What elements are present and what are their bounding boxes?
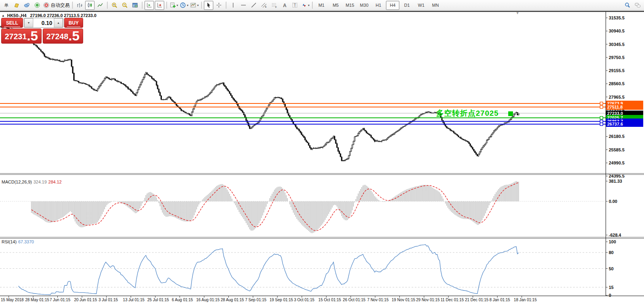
svg-text:E: E	[265, 6, 267, 8]
auto-scroll-icon[interactable]	[144, 1, 154, 10]
equidistant-channel-icon[interactable]: E	[259, 1, 269, 10]
news-icon[interactable]	[22, 1, 32, 10]
macd-value: 324.19	[33, 180, 47, 184]
svg-text:15 May 2018: 15 May 2018	[1, 298, 24, 302]
svg-text:31535.5: 31535.5	[609, 15, 625, 20]
buy-price-button[interactable]: 27248 .5	[43, 29, 83, 44]
rsi-value: 67.3370	[18, 239, 34, 244]
tf-h4-button[interactable]: H4	[386, 1, 399, 10]
text-label-icon[interactable]: T	[290, 1, 300, 10]
collapse-triangle-icon[interactable]: ▲	[2, 14, 5, 17]
main-toolbar: 单自动交易▾▾▾EFAT▾M1M5M15M30H1H4D1W1MN	[0, 0, 644, 11]
svg-text:29750.5: 29750.5	[609, 55, 625, 60]
tf-m30-button[interactable]: M30	[357, 1, 371, 10]
level-line-handle[interactable]	[600, 120, 603, 123]
sell-button[interactable]: SELL	[1, 18, 23, 28]
sell-price-frac: .5	[27, 30, 38, 42]
search-icon[interactable]	[623, 1, 632, 10]
svg-text:18 Jan 01:15: 18 Jan 01:15	[514, 298, 537, 302]
dropdown-caret-icon[interactable]: ▾	[308, 4, 310, 7]
new-order-partial-button[interactable]: 单	[2, 1, 11, 10]
line-chart-icon[interactable]	[95, 1, 105, 10]
level-line-handle[interactable]	[600, 117, 603, 119]
svg-text:6 Aug 01:15: 6 Aug 01:15	[172, 298, 193, 302]
svg-text:11 Dec 01:15: 11 Dec 01:15	[441, 298, 464, 302]
svg-text:3 Oct 01:15: 3 Oct 01:15	[294, 298, 315, 302]
text-icon[interactable]: A	[280, 1, 289, 10]
svg-text:21 Dec 01:15: 21 Dec 01:15	[465, 298, 489, 302]
templates-icon[interactable]: ▾	[190, 1, 199, 10]
svg-text:7 Jun 01:15: 7 Jun 01:15	[49, 298, 70, 302]
tf-h1-button[interactable]: H1	[372, 1, 385, 10]
trend-line-icon[interactable]	[249, 1, 258, 10]
chat-icon[interactable]	[633, 1, 642, 10]
vertical-line-icon[interactable]	[228, 1, 238, 10]
svg-text:3 Jul 01:15: 3 Jul 01:15	[99, 298, 118, 302]
tile-windows-icon[interactable]	[130, 1, 140, 10]
zoom-in-icon[interactable]	[110, 1, 119, 10]
macd-name: MACD(12,26,9)	[2, 180, 32, 184]
tf-m5-button[interactable]: M5	[329, 1, 342, 10]
fibonacci-icon[interactable]: F	[270, 1, 279, 10]
dropdown-caret-icon[interactable]: ▾	[177, 4, 178, 7]
dropdown-caret-icon[interactable]: ▾	[197, 4, 199, 7]
horizontal-line-icon[interactable]	[239, 1, 248, 10]
svg-text:8 Jan 01:15: 8 Jan 01:15	[489, 298, 510, 302]
svg-text:30940.5: 30940.5	[609, 29, 625, 33]
tf-w1-button[interactable]: W1	[414, 1, 428, 10]
arrow-objects-icon[interactable]: ▾	[300, 1, 310, 10]
journal-icon[interactable]	[12, 1, 21, 10]
pivot-annotation-text[interactable]: 多空转折点27025	[436, 108, 499, 119]
svg-text:25 Jul 01:15: 25 Jul 01:15	[147, 298, 169, 302]
buy-button[interactable]: BUY	[64, 18, 83, 28]
svg-text:24395.5: 24395.5	[609, 174, 625, 178]
chart-canvas[interactable]: 31535.530940.530345.529750.529155.528560…	[0, 0, 644, 304]
svg-text:19 Sep 01:15: 19 Sep 01:15	[270, 298, 293, 302]
level-line-handle[interactable]	[600, 102, 603, 105]
toolbar-separator	[226, 2, 226, 9]
svg-text:26180.5: 26180.5	[609, 134, 625, 139]
svg-text:27965.5: 27965.5	[609, 95, 625, 99]
periods-icon[interactable]: ▾	[179, 1, 189, 10]
svg-text:19 Nov 01:15: 19 Nov 01:15	[392, 298, 416, 302]
autotrading-icon[interactable]: 自动交易	[43, 1, 70, 10]
level-price-label: 27511.8	[606, 104, 643, 110]
pivot-marker-square[interactable]	[508, 111, 513, 116]
volume-increase-button[interactable]: ▲	[54, 18, 63, 27]
sell-price-button[interactable]: 27231 .5	[1, 29, 42, 44]
buy-price-frac: .5	[68, 30, 80, 42]
svg-text:26 Oct 01:15: 26 Oct 01:15	[343, 298, 366, 302]
svg-text:7 Sep 01:15: 7 Sep 01:15	[245, 298, 266, 302]
toolbar-separator	[107, 2, 108, 9]
svg-text:0: 0	[609, 293, 611, 298]
svg-text:30345.5: 30345.5	[609, 42, 625, 47]
level-line-handle[interactable]	[600, 105, 603, 108]
tf-m1-button[interactable]: M1	[315, 1, 328, 10]
svg-text:80: 80	[609, 250, 614, 255]
svg-text:T: T	[294, 3, 296, 8]
toolbar-separator	[142, 2, 142, 9]
candle-chart-icon[interactable]	[85, 1, 95, 10]
svg-text:100: 100	[609, 239, 616, 244]
volume-decrease-button[interactable]: ▼	[24, 18, 33, 27]
tf-m15-button[interactable]: M15	[343, 1, 357, 10]
sell-price-main: 27231	[5, 31, 27, 42]
crosshair-icon[interactable]	[214, 1, 224, 10]
bar-chart-icon[interactable]	[75, 1, 84, 10]
svg-text:16 Aug 01:15: 16 Aug 01:15	[196, 298, 220, 302]
level-line-handle[interactable]	[600, 123, 603, 126]
signals-icon[interactable]	[32, 1, 42, 10]
svg-text:7 Nov 01:15: 7 Nov 01:15	[367, 298, 389, 302]
svg-text:15: 15	[609, 285, 614, 290]
zoom-out-icon[interactable]	[120, 1, 129, 10]
svg-text:24990.5: 24990.5	[609, 161, 625, 165]
chart-shift-icon[interactable]	[155, 1, 164, 10]
cursor-icon[interactable]	[204, 1, 213, 10]
dropdown-caret-icon[interactable]: ▾	[187, 4, 188, 7]
tf-mn-button[interactable]: MN	[429, 1, 442, 10]
svg-text:25585.5: 25585.5	[609, 147, 625, 152]
tf-d1-button[interactable]: D1	[400, 1, 414, 10]
indicators-icon[interactable]: ▾	[169, 1, 179, 10]
volume-input[interactable]	[33, 18, 54, 27]
toolbar-separator	[72, 2, 73, 9]
